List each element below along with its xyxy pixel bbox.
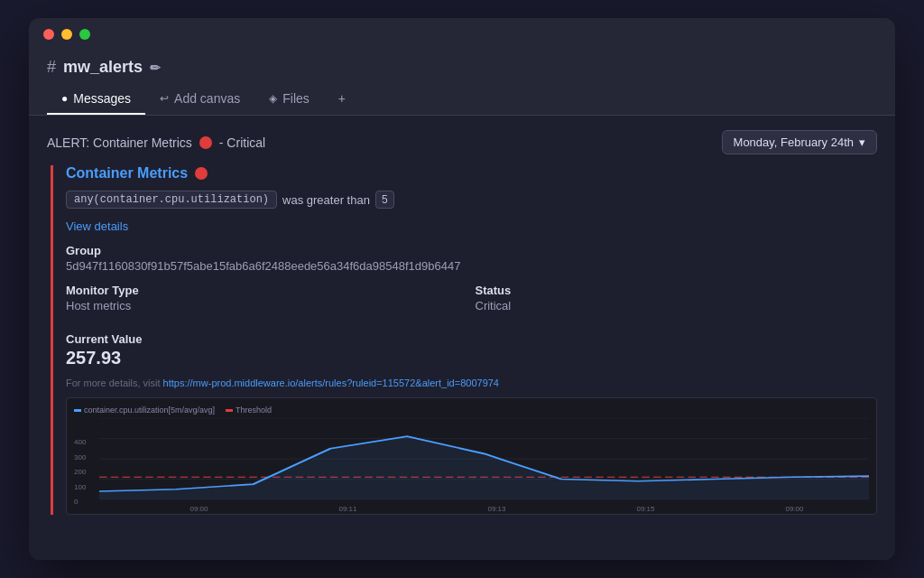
content-area: ALERT: Container Metrics - Critical Mond… bbox=[29, 116, 895, 560]
view-details-link[interactable]: View details bbox=[66, 219, 128, 233]
tab-plus[interactable]: + bbox=[324, 84, 360, 115]
messages-icon: ● bbox=[61, 92, 68, 105]
legend-blue-label: container.cpu.utilization[5m/avg/avg] bbox=[84, 406, 215, 415]
svg-marker-6 bbox=[99, 436, 869, 499]
current-value-section: Current Value 257.93 bbox=[66, 332, 877, 368]
message-card: Container Metrics any(container.cpu.util… bbox=[51, 165, 877, 515]
main-window: # mw_alerts ✏ ● Messages ↩ Add canvas ◈ … bbox=[29, 18, 895, 560]
status-value: Critical bbox=[476, 299, 878, 312]
condition-code: any(container.cpu.utilization) bbox=[66, 191, 277, 209]
threshold-value: 5 bbox=[375, 191, 394, 209]
alert-text: ALERT: Container Metrics bbox=[47, 135, 192, 150]
chart-legend: container.cpu.utilization[5m/avg/avg] Th… bbox=[74, 406, 869, 415]
y-axis: 400 300 200 100 0 bbox=[74, 438, 99, 506]
current-value-number: 257.93 bbox=[66, 348, 877, 368]
legend-red-icon bbox=[226, 409, 233, 412]
chevron-down-icon: ▾ bbox=[859, 135, 865, 149]
chart-container: 09:00 09:11 09:13 09:15 09:00 Course bbox=[99, 418, 869, 515]
x-axis-title: Course bbox=[99, 513, 869, 515]
files-icon: ◈ bbox=[269, 92, 277, 105]
group-label: Group bbox=[66, 244, 877, 257]
legend-blue: container.cpu.utilization[5m/avg/avg] bbox=[74, 406, 215, 415]
channel-header: # mw_alerts ✏ ● Messages ↩ Add canvas ◈ … bbox=[29, 51, 895, 116]
x-axis: 09:00 09:11 09:13 09:15 09:00 bbox=[99, 505, 869, 513]
details-url[interactable]: https://mw-prod.middleware.io/alerts/rul… bbox=[163, 378, 499, 388]
condition-text: was greater than bbox=[282, 193, 370, 207]
group-value: 5d947f1160830f91b57f5abe15fab6a6f2488eed… bbox=[66, 259, 877, 273]
channel-title: # mw_alerts ✏ bbox=[47, 58, 877, 77]
minimize-button[interactable] bbox=[61, 29, 72, 40]
metric-title-row: Container Metrics bbox=[66, 165, 877, 182]
edit-icon[interactable]: ✏ bbox=[150, 61, 161, 75]
hash-icon: # bbox=[47, 58, 56, 77]
current-value-label: Current Value bbox=[66, 332, 877, 346]
monitor-type-value: Host metrics bbox=[66, 299, 468, 312]
date-label: Monday, February 24th bbox=[734, 135, 854, 149]
monitor-type-label: Monitor Type bbox=[66, 284, 468, 297]
tab-canvas[interactable]: ↩ Add canvas bbox=[145, 84, 254, 115]
monitor-type-section: Monitor Type Host metrics bbox=[66, 284, 468, 322]
legend-red-label: Threshold bbox=[236, 406, 272, 415]
status-label: Status bbox=[476, 284, 878, 297]
alert-header-row: ALERT: Container Metrics - Critical Mond… bbox=[47, 130, 877, 154]
canvas-icon: ↩ bbox=[160, 92, 169, 105]
legend-blue-icon bbox=[74, 409, 81, 412]
critical-dot bbox=[199, 136, 212, 149]
legend-red: Threshold bbox=[226, 406, 272, 415]
tab-files[interactable]: ◈ Files bbox=[254, 84, 324, 115]
metric-title-text: Container Metrics bbox=[66, 165, 188, 182]
metric-dot bbox=[195, 167, 208, 180]
details-text: For more details, visit bbox=[66, 378, 161, 388]
condition-line: any(container.cpu.utilization) was great… bbox=[66, 191, 877, 209]
tab-messages[interactable]: ● Messages bbox=[47, 84, 145, 115]
chart-body: 400 300 200 100 0 bbox=[74, 418, 869, 515]
channel-name: mw_alerts bbox=[63, 58, 143, 77]
chart-svg bbox=[99, 418, 869, 499]
titlebar bbox=[29, 18, 895, 51]
group-section: Group 5d947f1160830f91b57f5abe15fab6a6f2… bbox=[66, 244, 877, 273]
alert-severity: - Critical bbox=[219, 135, 265, 150]
chart-area: container.cpu.utilization[5m/avg/avg] Th… bbox=[66, 397, 877, 515]
alert-title: ALERT: Container Metrics - Critical bbox=[47, 135, 265, 150]
close-button[interactable] bbox=[43, 29, 54, 40]
maximize-button[interactable] bbox=[79, 29, 90, 40]
status-section: Status Critical bbox=[476, 284, 878, 322]
tab-bar: ● Messages ↩ Add canvas ◈ Files + bbox=[47, 84, 877, 115]
details-link-line: For more details, visit https://mw-prod.… bbox=[66, 378, 877, 388]
monitor-status-row: Monitor Type Host metrics Status Critica… bbox=[66, 284, 877, 322]
date-picker[interactable]: Monday, February 24th ▾ bbox=[722, 130, 877, 154]
